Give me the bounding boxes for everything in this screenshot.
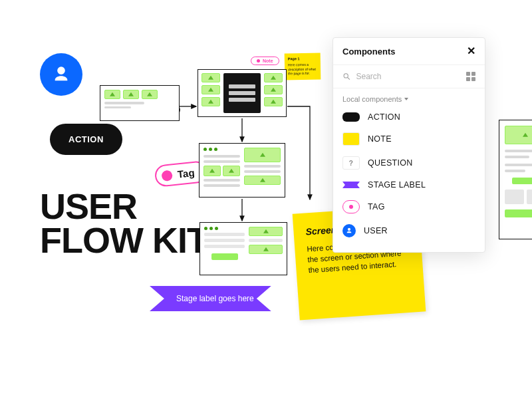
wireframe-screen-3 <box>199 143 285 198</box>
action-thumb-icon <box>342 112 360 122</box>
note-dot-icon <box>257 59 260 63</box>
grid-view-icon[interactable] <box>466 72 475 81</box>
search-icon <box>342 72 350 81</box>
page-title: USER FLOW KIT <box>40 190 208 258</box>
component-item-question[interactable]: ? QUESTION <box>337 151 481 175</box>
search-input[interactable] <box>356 72 466 81</box>
tag-thumb-icon <box>342 200 360 213</box>
component-item-user[interactable]: USER <box>337 219 481 243</box>
panel-title: Components <box>342 47 395 57</box>
component-item-note[interactable]: NOTE <box>337 127 481 151</box>
component-label: USER <box>364 226 388 235</box>
component-label: QUESTION <box>368 158 413 168</box>
tag-dot-icon <box>161 170 173 182</box>
stage-label: Stage label goes here <box>150 286 271 311</box>
component-item-action[interactable]: ACTION <box>337 107 481 127</box>
user-icon <box>40 53 82 96</box>
question-thumb-icon: ? <box>342 156 360 170</box>
svg-line-1 <box>348 78 350 80</box>
tag-label: Tag <box>177 167 195 180</box>
svg-point-0 <box>344 74 348 78</box>
action-pill: ACTION <box>50 124 122 155</box>
panel-section-header[interactable]: Local components <box>333 88 485 103</box>
component-label: ACTION <box>368 112 400 122</box>
chevron-down-icon <box>404 98 408 100</box>
note-mini-pill: Note <box>251 57 279 65</box>
wireframe-screen-edge <box>499 120 532 239</box>
tiny-sticky-note: Page 1 Here comes a description of what … <box>285 53 321 80</box>
component-item-tag[interactable]: TAG <box>337 195 481 219</box>
note-thumb-icon <box>342 132 360 146</box>
wireframe-screen-4 <box>200 222 287 275</box>
components-panel: Components ✕ Local components ACTION NOT… <box>332 37 485 253</box>
wireframe-screen-1 <box>100 85 180 121</box>
user-thumb-icon <box>342 224 356 237</box>
wireframe-screen-2 <box>198 69 287 117</box>
component-label: TAG <box>368 202 385 211</box>
component-item-stage-label[interactable]: STAGE LABEL <box>337 175 481 195</box>
stage-thumb-icon <box>342 182 360 188</box>
component-label: STAGE LABEL <box>368 180 426 190</box>
component-label: NOTE <box>368 134 392 144</box>
close-icon[interactable]: ✕ <box>467 46 475 57</box>
